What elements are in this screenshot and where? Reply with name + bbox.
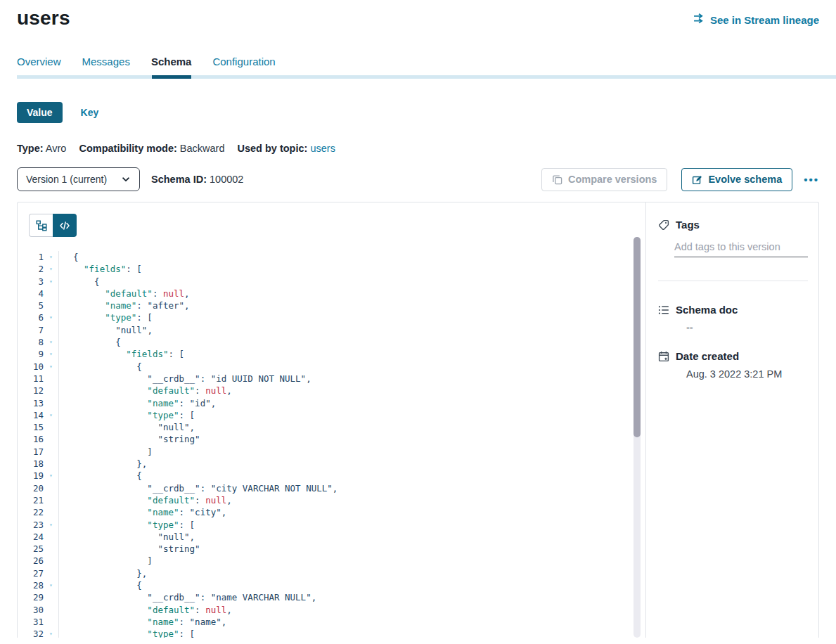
code-text: "name": "name", [59,616,226,628]
used-by-topic-label: Used by topic: [237,143,307,154]
date-created-value: Aug. 3 2022 3:21 PM [686,368,808,380]
line-number: 19 [18,470,44,482]
value-key-toggle: Value Key [17,102,819,123]
code-line: 27 }, [18,567,645,579]
code-text: "name": "after", [59,300,190,311]
schema-doc-section-header: Schema doc [658,304,808,316]
active-tab-indicator [152,75,191,79]
line-number: 12 [18,385,44,397]
version-select[interactable]: Version 1 (current) [17,167,140,191]
tab-overview[interactable]: Overview [17,56,61,67]
tree-view-button[interactable] [29,214,53,237]
code-text: "type": [ [59,311,153,323]
code-line: 2▾ "fields": [ [18,263,645,275]
code-line: 19▾ { [18,470,645,482]
code-line: 29 "__crdb__": "name VARCHAR NULL", [18,591,645,603]
collapse-toggle-icon[interactable]: ▾ [44,311,59,323]
code-line: 10▾ { [18,361,645,373]
code-text: "default": null, [59,604,232,616]
code-text: "fields": [ [59,263,142,275]
code-text: }, [59,458,147,470]
code-line: 32▾ "type": [ [18,628,645,638]
value-toggle-button[interactable]: Value [17,102,63,123]
type-field: Type: Avro [17,143,66,154]
gutter-spacer [44,446,59,458]
code-text: "null", [59,324,153,336]
code-text: ] [59,446,153,458]
line-number: 1 [18,251,44,263]
line-number: 16 [18,433,44,445]
list-icon [658,304,669,316]
line-number: 10 [18,361,44,373]
line-number: 28 [18,579,44,591]
collapse-toggle-icon[interactable]: ▾ [44,361,59,373]
code-line: 8▾ { [18,336,645,348]
gutter-spacer [44,288,59,300]
tags-input[interactable] [674,240,808,257]
date-created-section-header: Date created [658,350,808,362]
collapse-toggle-icon[interactable]: ▾ [44,519,59,531]
sidebar-divider [658,281,808,281]
tab-messages[interactable]: Messages [82,56,130,67]
code-text: "type": [ [59,409,195,421]
gutter-spacer [44,555,59,567]
evolve-schema-label: Evolve schema [708,174,782,185]
code-text: }, [59,567,147,579]
collapse-toggle-icon[interactable]: ▾ [44,263,59,275]
collapse-toggle-icon[interactable]: ▾ [44,579,59,591]
line-number: 22 [18,506,44,518]
line-number: 21 [18,494,44,506]
line-number: 20 [18,482,44,494]
code-text: "__crdb__": "city VARCHAR NOT NULL", [59,482,337,494]
schema-id-label: Schema ID: [151,174,207,185]
code-text: "string" [59,543,200,555]
code-scrollbar-thumb[interactable] [634,237,641,437]
schema-doc-value: -- [686,322,808,333]
more-actions-button[interactable]: ••• [804,174,819,186]
gutter-spacer [44,506,59,518]
collapse-toggle-icon[interactable]: ▾ [44,470,59,482]
calendar-icon [658,351,669,362]
gutter-spacer [44,567,59,579]
code-text: "string" [59,433,200,445]
line-number: 18 [18,458,44,470]
tab-bar: OverviewMessagesSchemaConfiguration [17,56,819,67]
line-number: 15 [18,421,44,433]
tab-underline-track [17,75,836,79]
code-scrollbar-track[interactable] [634,237,641,638]
topic-link[interactable]: users [310,143,335,154]
code-line: 17 ] [18,446,645,458]
gutter-spacer [44,421,59,433]
compare-versions-button[interactable]: Compare versions [541,168,668,191]
chevron-down-icon [121,174,131,184]
page-title: users [17,7,70,30]
tags-section-header: Tags [658,219,808,231]
gutter-spacer [44,591,59,603]
code-text: "default": null, [59,288,190,300]
evolve-schema-button[interactable]: Evolve schema [681,168,792,191]
code-text: "default": null, [59,385,232,397]
code-text: { [59,579,142,591]
type-value: Avro [46,143,67,154]
gutter-spacer [44,482,59,494]
line-number: 31 [18,616,44,628]
collapse-toggle-icon[interactable]: ▾ [44,336,59,348]
collapse-toggle-icon[interactable]: ▾ [44,276,59,288]
gutter-spacer [44,543,59,555]
key-toggle-link[interactable]: Key [81,107,99,118]
code-line: 14▾ "type": [ [18,409,645,421]
stream-lineage-link[interactable]: See in Stream lineage [693,13,819,27]
line-number: 5 [18,300,44,311]
line-number: 24 [18,531,44,543]
collapse-toggle-icon[interactable]: ▾ [44,628,59,638]
code-view-button[interactable] [53,214,77,237]
collapse-toggle-icon[interactable]: ▾ [44,348,59,360]
collapse-toggle-icon[interactable]: ▾ [44,409,59,421]
code-line: 23▾ "type": [ [18,519,645,531]
tab-schema[interactable]: Schema [151,56,192,67]
collapse-toggle-icon[interactable]: ▾ [44,251,59,263]
compare-versions-label: Compare versions [568,174,657,185]
code-text: "type": [ [59,519,195,531]
tab-configuration[interactable]: Configuration [212,56,275,67]
code-text: "null", [59,421,195,433]
